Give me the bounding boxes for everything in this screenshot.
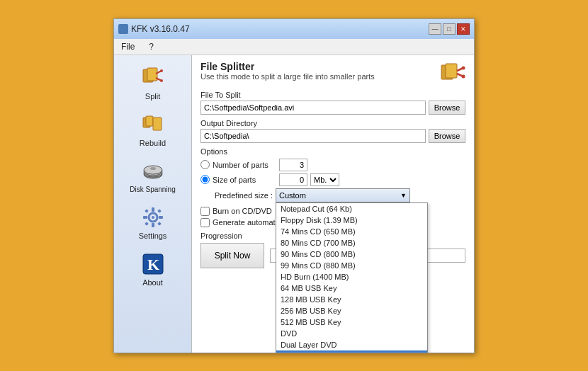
dropdown-item-9[interactable]: 256 MB USB Key xyxy=(276,305,427,316)
size-parts-radio[interactable] xyxy=(200,175,210,184)
split-now-button[interactable]: Split Now xyxy=(200,243,264,268)
num-parts-label: Number of parts xyxy=(213,161,276,169)
num-parts-row: Number of parts xyxy=(200,159,465,171)
panel-description: Use this mode to split a large file into… xyxy=(200,72,375,81)
maximize-button[interactable]: □ xyxy=(443,23,456,35)
file-to-split-input[interactable] xyxy=(200,101,426,115)
title-buttons: — □ ✕ xyxy=(429,23,470,35)
menu-help[interactable]: ? xyxy=(145,40,158,53)
title-bar: KFK v3.16.0.47 — □ ✕ xyxy=(114,19,474,39)
output-directory-label: Output Directory xyxy=(200,119,465,127)
close-button[interactable]: ✕ xyxy=(457,23,470,35)
svg-point-4 xyxy=(160,69,163,72)
sidebar-rebuild-label: Rebuild xyxy=(140,139,166,147)
size-value-input[interactable] xyxy=(279,173,307,186)
about-icon: K xyxy=(140,251,166,277)
panel-title: File Splitter xyxy=(200,61,375,72)
main-panel: File Splitter Use this mode to split a l… xyxy=(192,55,474,353)
sidebar-about-label: About xyxy=(142,278,163,287)
size-parts-label: Size of parts xyxy=(213,176,276,184)
svg-point-31 xyxy=(462,74,465,78)
file-to-split-group: File To Split Browse xyxy=(200,91,465,115)
size-input-row: Mb. Kb. Gb. xyxy=(279,173,339,186)
dropdown-item-11[interactable]: DVD xyxy=(276,328,427,339)
sidebar: Split Rebuild Disk xyxy=(114,55,192,353)
burn-cd-label: Burn on CD/DVD xyxy=(213,207,272,215)
predefined-label: Predefined size : xyxy=(215,191,273,200)
dropdown-item-8[interactable]: 128 MB USB Key xyxy=(276,294,427,305)
sidebar-settings-label: Settings xyxy=(139,232,167,240)
window-title: KFK v3.16.0.47 xyxy=(131,24,190,34)
svg-rect-1 xyxy=(147,68,157,81)
size-unit-select[interactable]: Mb. Kb. Gb. xyxy=(310,173,339,186)
svg-rect-17 xyxy=(152,223,154,227)
file-to-split-browse[interactable]: Browse xyxy=(429,101,465,115)
generate-rebuild-checkbox[interactable] xyxy=(200,218,210,227)
sidebar-item-split[interactable]: Split xyxy=(121,61,185,105)
panel-header: File Splitter Use this mode to split a l… xyxy=(200,61,465,88)
svg-point-5 xyxy=(160,79,163,82)
sidebar-item-about[interactable]: K About xyxy=(121,247,185,291)
predefined-row: Predefined size : Custom ▼ Notepad Cut (… xyxy=(215,188,465,202)
svg-rect-7 xyxy=(146,116,153,126)
panel-header-text: File Splitter Use this mode to split a l… xyxy=(200,61,375,88)
svg-point-15 xyxy=(152,216,154,219)
dropdown-item-7[interactable]: 64 MB USB Key xyxy=(276,282,427,294)
dropdown-item-12[interactable]: Dual Layer DVD xyxy=(276,339,427,350)
predefined-dropdown-wrapper: Custom ▼ Notepad Cut (64 Kb) Floppy Disk… xyxy=(276,188,410,202)
num-parts-input[interactable] xyxy=(279,159,307,171)
dropdown-item-10[interactable]: 512 MB USB Key xyxy=(276,316,427,328)
title-bar-left: KFK v3.16.0.47 xyxy=(118,24,190,34)
content-area: Split Rebuild Disk xyxy=(114,55,474,353)
svg-text:K: K xyxy=(147,256,159,273)
svg-rect-18 xyxy=(143,216,147,219)
app-icon xyxy=(118,24,128,34)
dropdown-item-6[interactable]: HD Burn (1400 MB) xyxy=(276,271,427,282)
dropdown-item-4[interactable]: 90 Mins CD (800 MB) xyxy=(276,249,427,260)
dropdown-item-1[interactable]: Floppy Disk (1.39 MB) xyxy=(276,215,427,226)
sidebar-item-rebuild[interactable]: Rebuild xyxy=(121,108,185,152)
svg-rect-16 xyxy=(152,207,154,212)
disk-spanning-icon xyxy=(140,159,166,184)
svg-rect-8 xyxy=(153,118,162,130)
minimize-button[interactable]: — xyxy=(429,23,441,35)
output-directory-browse[interactable]: Browse xyxy=(429,129,465,143)
options-label: Options xyxy=(200,147,465,156)
panel-header-icon xyxy=(440,61,465,86)
predefined-dropdown-arrow: ▼ xyxy=(400,192,407,199)
sidebar-disk-spanning-label: Disk Spanning xyxy=(130,186,175,193)
svg-rect-20 xyxy=(145,209,149,213)
dropdown-item-0[interactable]: Notepad Cut (64 Kb) xyxy=(276,203,427,215)
svg-rect-19 xyxy=(159,216,163,219)
output-directory-group: Output Directory Browse xyxy=(200,119,465,143)
svg-rect-23 xyxy=(157,222,162,226)
file-to-split-row: Browse xyxy=(200,101,465,115)
svg-rect-22 xyxy=(145,222,149,226)
num-parts-radio[interactable] xyxy=(200,160,210,169)
menu-file[interactable]: File xyxy=(117,40,139,53)
split-icon xyxy=(140,65,166,91)
options-section: Options Number of parts Size of parts Mb… xyxy=(200,147,465,202)
file-to-split-label: File To Split xyxy=(200,91,465,99)
burn-cd-checkbox[interactable] xyxy=(200,207,210,216)
sidebar-item-disk-spanning[interactable]: Disk Spanning xyxy=(121,154,185,198)
predefined-dropdown-button[interactable]: Custom ▼ xyxy=(276,188,410,202)
output-directory-input[interactable] xyxy=(200,129,426,143)
svg-point-30 xyxy=(462,66,465,69)
dropdown-item-5[interactable]: 99 Mins CD (880 MB) xyxy=(276,260,427,271)
sidebar-item-settings[interactable]: Settings xyxy=(121,200,185,244)
menu-bar: File ? xyxy=(114,39,474,55)
output-directory-row: Browse xyxy=(200,129,465,143)
svg-point-13 xyxy=(150,167,156,170)
predefined-selected-value: Custom xyxy=(279,191,306,200)
size-parts-row: Size of parts Mb. Kb. Gb. xyxy=(200,173,465,186)
rebuild-icon xyxy=(140,112,166,137)
svg-rect-21 xyxy=(157,209,162,213)
dropdown-item-3[interactable]: 80 Mins CD (700 MB) xyxy=(276,237,427,249)
main-window: KFK v3.16.0.47 — □ ✕ File ? xyxy=(113,18,475,353)
predefined-dropdown-list: Notepad Cut (64 Kb) Floppy Disk (1.39 MB… xyxy=(276,202,428,353)
sidebar-split-label: Split xyxy=(145,92,160,101)
dropdown-item-2[interactable]: 74 Mins CD (650 MB) xyxy=(276,226,427,237)
svg-rect-27 xyxy=(446,64,457,78)
dropdown-item-13[interactable]: Custom xyxy=(276,350,427,353)
